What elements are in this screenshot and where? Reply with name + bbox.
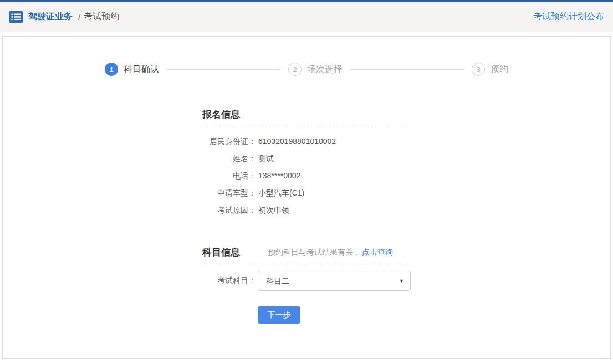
- field-vehicle-type: 申请车型： 小型汽车(C1): [202, 188, 411, 198]
- breadcrumb: 驾驶证业务 / 考试预约: [9, 11, 119, 23]
- step-1-label: 科目确认: [124, 64, 159, 75]
- next-step-button[interactable]: 下一步: [258, 306, 300, 324]
- field-id-number: 居民身份证： 610320198801010002: [202, 137, 411, 146]
- section-divider: [202, 126, 411, 126]
- field-value: 小型汽车(C1): [258, 188, 304, 198]
- section-divider: [202, 264, 411, 264]
- field-value: 610320198801010002: [258, 137, 336, 146]
- field-value: 初次申领: [258, 206, 289, 215]
- step-2-circle: 2: [288, 63, 302, 76]
- field-label: 电话：: [202, 171, 256, 181]
- breadcrumb-separator: /: [78, 12, 80, 22]
- field-label: 居民身份证：: [202, 137, 256, 146]
- query-result-link[interactable]: 点击查询: [362, 248, 393, 258]
- registration-section-title: 报名信息: [202, 108, 240, 121]
- field-exam-reason: 考试原因： 初次申领: [202, 206, 411, 215]
- step-subject-confirm: 1 科目确认: [105, 63, 159, 76]
- page-header: 驾驶证业务 / 考试预约 考试预约计划公布: [0, 2, 613, 32]
- field-label: 考试原因：: [202, 206, 256, 215]
- wizard-stepper: 1 科目确认 2 场次选择 3 预约: [3, 37, 610, 76]
- field-label: 申请车型：: [202, 188, 256, 198]
- step-2-label: 场次选择: [307, 64, 343, 75]
- breadcrumb-section[interactable]: 驾驶证业务: [28, 11, 73, 23]
- field-name: 姓名： 测试: [202, 154, 411, 163]
- step-3-circle: 3: [472, 63, 485, 76]
- step-session-select: 2 场次选择: [288, 63, 343, 76]
- field-phone: 电话： 138****0002: [202, 171, 411, 181]
- registration-fields: 居民身份证： 610320198801010002 姓名： 测试 电话： 138…: [202, 137, 411, 215]
- step-1-circle: 1: [105, 63, 118, 76]
- field-value: 测试: [258, 154, 274, 163]
- step-connector-1: [167, 69, 280, 70]
- exam-subject-label: 考试科目：: [202, 276, 256, 286]
- exam-subject-select[interactable]: 科目二: [258, 271, 411, 291]
- exam-plan-link[interactable]: 考试预约计划公布: [533, 11, 604, 23]
- subject-info-section: 科目信息 预约科目与考试结果有关， 点击查询 考试科目： 科目二 ▼ 下一步: [202, 246, 411, 324]
- step-connector-2: [350, 69, 464, 70]
- step-3-label: 预约: [491, 64, 508, 75]
- breadcrumb-current-page: 考试预约: [84, 11, 119, 23]
- subject-note: 预约科目与考试结果有关，: [268, 248, 361, 258]
- exam-subject-row: 考试科目： 科目二 ▼: [202, 271, 411, 291]
- actions-row: 下一步: [202, 306, 411, 324]
- step-appointment: 3 预约: [472, 63, 508, 76]
- field-value: 138****0002: [258, 171, 300, 181]
- content-panel: 1 科目确认 2 场次选择 3 预约 报名信息 居民身份证： 610320198…: [2, 36, 611, 359]
- subject-section-title: 科目信息: [202, 246, 240, 259]
- registration-info-section: 报名信息 居民身份证： 610320198801010002 姓名： 测试 电话…: [202, 108, 411, 215]
- field-label: 姓名：: [202, 154, 256, 163]
- list-menu-icon: [9, 11, 23, 23]
